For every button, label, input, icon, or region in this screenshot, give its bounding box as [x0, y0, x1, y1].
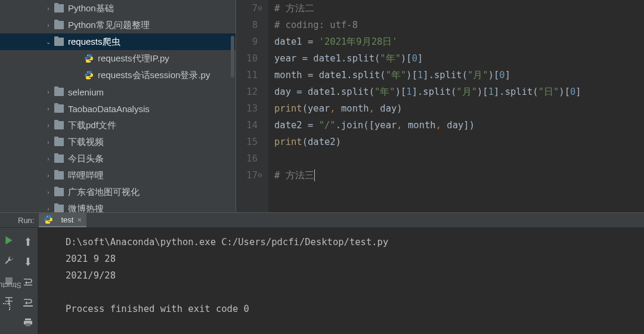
- tree-item[interactable]: ›selenium: [0, 84, 236, 100]
- line-number: 16: [236, 150, 258, 167]
- soft-wrap-icon[interactable]: [23, 277, 33, 287]
- chevron-right-icon[interactable]: ›: [45, 188, 52, 196]
- folder-icon: [54, 121, 64, 129]
- code-line[interactable]: date1 = '2021年9月28日': [274, 33, 581, 50]
- python-icon: [44, 215, 53, 224]
- tree-item[interactable]: ›微博热搜: [0, 200, 236, 212]
- tree-item-label: 下载pdf文件: [68, 120, 116, 131]
- scroll-to-end-icon[interactable]: [23, 297, 33, 308]
- close-icon[interactable]: ×: [77, 215, 82, 224]
- line-number: 9: [236, 33, 258, 50]
- folder-icon: [54, 88, 64, 96]
- tree-item[interactable]: ›今日头条: [0, 150, 236, 167]
- line-number: 12: [236, 84, 258, 100]
- code-line[interactable]: year = date1.split("年")[0]: [274, 50, 581, 67]
- line-number: 8: [236, 17, 258, 33]
- tree-item[interactable]: ›Python常见问题整理: [0, 17, 236, 33]
- chevron-right-icon[interactable]: ›: [45, 21, 52, 29]
- svg-point-4: [47, 216, 48, 217]
- code-line[interactable]: month = date1.split("年")[1].split("月")[0…: [274, 67, 581, 84]
- tree-item-label: 今日头条: [68, 153, 104, 165]
- console-line: 2021 9 28: [66, 250, 644, 267]
- chevron-right-icon[interactable]: ›: [45, 122, 52, 129]
- code-line[interactable]: [274, 150, 581, 167]
- svg-point-3: [89, 78, 91, 79]
- folder-icon: [54, 104, 64, 113]
- chevron-right-icon[interactable]: ›: [45, 172, 52, 179]
- code-line[interactable]: date2 = "/".join([year, month, day]): [274, 117, 581, 134]
- editor-code[interactable]: # 方法二# coding: utf-8date1 = '2021年9月28日'…: [268, 0, 581, 212]
- code-line[interactable]: day = date1.split("年")[1].split("月")[1].…: [274, 84, 581, 100]
- tree-scrollbar[interactable]: [231, 36, 234, 78]
- folder-icon: [54, 138, 64, 146]
- chevron-right-icon[interactable]: ›: [45, 88, 52, 95]
- tree-item[interactable]: ›广东省地图可视化: [0, 184, 236, 200]
- line-number: 11: [236, 67, 258, 84]
- code-editor[interactable]: 7⊖891011121314151617⊖ # 方法二# coding: utf…: [236, 0, 644, 212]
- svg-rect-8: [25, 318, 31, 320]
- tree-item[interactable]: requests代理IP.py: [0, 50, 236, 67]
- chevron-right-icon[interactable]: ›: [45, 205, 52, 212]
- run-panel-title: Run:: [18, 216, 34, 225]
- tree-item-label: Python常见问题整理: [68, 20, 150, 31]
- run-tab-test[interactable]: test ×: [39, 213, 86, 227]
- tree-item-label: selenium: [68, 87, 104, 97]
- up-arrow-icon[interactable]: [23, 236, 33, 247]
- code-line[interactable]: # 方法三: [274, 167, 581, 184]
- structure-label: Structure: [0, 281, 21, 289]
- folder-icon: [54, 188, 64, 196]
- structure-tool-window-tab[interactable]: Structure: [0, 265, 13, 316]
- folder-icon: [54, 4, 64, 13]
- editor-gutter: 7⊖891011121314151617⊖: [236, 0, 268, 212]
- project-tree[interactable]: ›Python基础›Python常见问题整理⌄requests爬虫request…: [0, 0, 236, 212]
- tree-item[interactable]: ›下载视频: [0, 134, 236, 150]
- tree-item[interactable]: ›哔哩哔哩: [0, 167, 236, 184]
- svg-rect-10: [26, 323, 30, 326]
- chevron-right-icon[interactable]: ›: [45, 155, 52, 162]
- console-line: Process finished with exit code 0: [66, 301, 644, 317]
- tree-item[interactable]: requests会话session登录.py: [0, 67, 236, 84]
- tree-item-label: Python基础: [68, 3, 114, 14]
- chevron-down-icon[interactable]: ⌄: [45, 38, 52, 45]
- tree-item-label: 广东省地图可视化: [68, 187, 140, 198]
- console-line: D:\soft\Anaconda\python.exe C:/Users/pdc…: [66, 234, 644, 250]
- tree-item[interactable]: ›下载pdf文件: [0, 117, 236, 134]
- folder-icon: [54, 21, 64, 29]
- code-line[interactable]: # 方法二: [274, 0, 581, 17]
- python-file-icon: [84, 70, 94, 80]
- console-line: 2021/9/28: [66, 267, 644, 284]
- code-line[interactable]: # coding: utf-8: [274, 17, 581, 33]
- tree-item[interactable]: ⌄requests爬虫: [0, 33, 236, 50]
- tree-item-label: 微博热搜: [68, 203, 104, 213]
- run-console-output[interactable]: D:\soft\Anaconda\python.exe C:/Users/pdc…: [38, 228, 644, 334]
- line-number: 15: [236, 134, 258, 150]
- structure-icon: [3, 303, 10, 310]
- run-panel-header: Run: test ×: [0, 212, 644, 228]
- chevron-right-icon[interactable]: ›: [45, 105, 52, 112]
- line-number: 7⊖: [236, 0, 258, 17]
- run-tab-label: test: [61, 215, 73, 224]
- tree-item-label: TaobaoDataAnalysis: [68, 104, 150, 114]
- folder-icon: [54, 38, 64, 46]
- down-arrow-icon[interactable]: [23, 256, 33, 267]
- tree-item-label: 下载视频: [68, 137, 104, 148]
- run-panel-body: D:\soft\Anaconda\python.exe C:/Users/pdc…: [0, 228, 644, 334]
- tree-item[interactable]: ›Python基础: [0, 0, 236, 17]
- chevron-right-icon[interactable]: ›: [45, 5, 52, 12]
- spacer: [75, 72, 82, 79]
- console-line: [66, 284, 644, 301]
- code-line[interactable]: print(date2): [274, 134, 581, 150]
- folder-icon: [54, 171, 64, 180]
- tree-item[interactable]: ›TaobaoDataAnalysis: [0, 100, 236, 117]
- run-button[interactable]: [4, 235, 14, 246]
- tree-item-label: requests会话session登录.py: [98, 70, 210, 81]
- line-number: 13: [236, 100, 258, 117]
- line-number: 10: [236, 50, 258, 67]
- svg-point-1: [89, 61, 91, 62]
- tree-item-label: requests爬虫: [68, 36, 120, 48]
- print-icon[interactable]: [23, 317, 33, 328]
- chevron-right-icon[interactable]: ›: [45, 138, 52, 146]
- code-line[interactable]: print(year, month, day): [274, 100, 581, 117]
- python-file-icon: [84, 54, 94, 63]
- tree-item-label: requests代理IP.py: [98, 53, 169, 64]
